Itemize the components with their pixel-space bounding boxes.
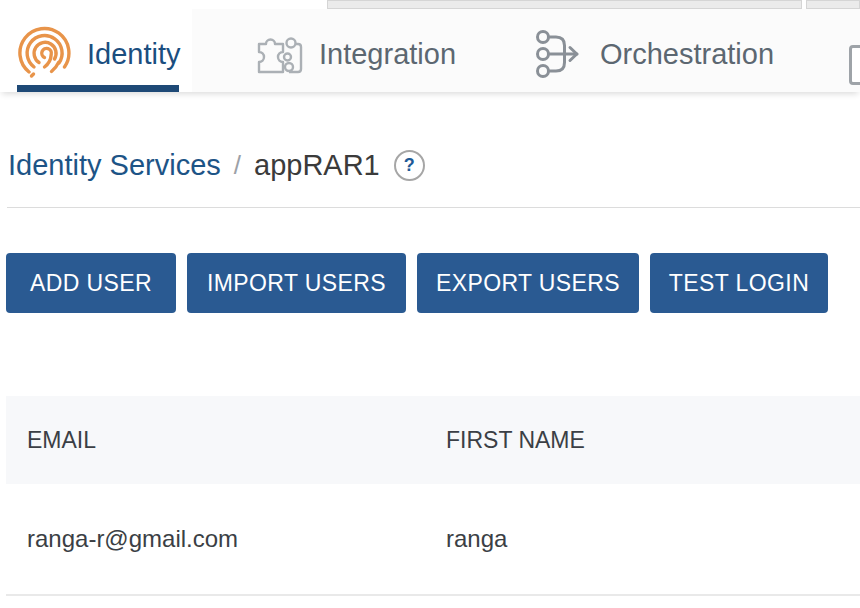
tab-identity[interactable]: Identity <box>18 9 181 92</box>
add-user-button[interactable]: ADD USER <box>6 253 176 313</box>
breadcrumb-separator: / <box>234 150 241 181</box>
cutoff-tab-icon[interactable] <box>849 45 860 85</box>
breadcrumb-identity-services-link[interactable]: Identity Services <box>8 149 221 182</box>
export-users-button[interactable]: EXPORT USERS <box>417 253 639 313</box>
browser-chrome-strip <box>0 0 860 9</box>
active-tab-indicator <box>17 85 179 92</box>
browser-tab-remnant-right <box>806 0 860 9</box>
users-table: EMAIL FIRST NAME ranga-r@gmail.com ranga <box>6 396 860 596</box>
help-glyph: ? <box>404 156 415 174</box>
browser-tab-remnant-left <box>327 0 802 9</box>
tab-integration-label: Integration <box>319 38 456 71</box>
column-header-email: EMAIL <box>6 427 446 454</box>
app-window: Identity Integration <box>0 0 860 608</box>
help-icon[interactable]: ? <box>394 150 425 181</box>
tab-orchestration[interactable]: Orchestration <box>535 9 774 92</box>
user-actions-toolbar: ADD USER IMPORT USERS EXPORT USERS TEST … <box>6 253 828 313</box>
table-header-row: EMAIL FIRST NAME <box>6 396 860 484</box>
table-row[interactable]: ranga-r@gmail.com ranga <box>6 484 860 596</box>
page-title: appRAR1 <box>254 149 380 182</box>
section-divider <box>7 207 860 208</box>
puzzle-icon <box>253 30 305 78</box>
tab-integration[interactable]: Integration <box>253 9 456 92</box>
fingerprint-icon <box>18 26 75 83</box>
tab-orchestration-label: Orchestration <box>600 38 774 71</box>
cell-first-name: ranga <box>446 525 860 553</box>
import-users-button[interactable]: IMPORT USERS <box>187 253 406 313</box>
column-header-first-name: FIRST NAME <box>446 427 860 454</box>
flow-icon <box>535 29 587 79</box>
cell-email: ranga-r@gmail.com <box>6 525 446 553</box>
test-login-button[interactable]: TEST LOGIN <box>650 253 828 313</box>
tab-identity-label: Identity <box>87 38 181 71</box>
breadcrumb: Identity Services / appRAR1 ? <box>8 140 425 190</box>
primary-nav: Identity Integration <box>0 9 860 92</box>
